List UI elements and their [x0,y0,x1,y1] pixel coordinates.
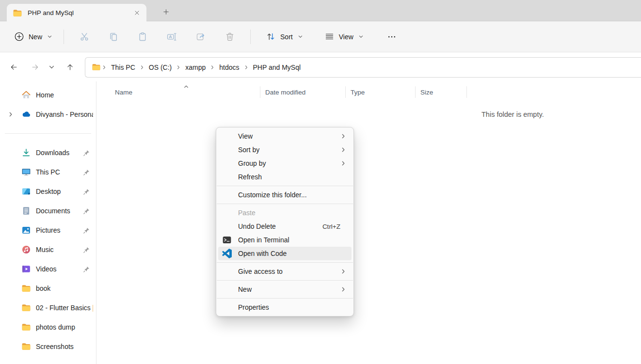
rename-button[interactable] [162,28,181,46]
sidebar-item-music[interactable]: Music [0,240,96,259]
menu-item-label: View [238,132,253,140]
sidebar-item-divyansh-personal[interactable]: Divyansh - Personal [0,105,96,124]
menu-icon-spacer [222,208,232,218]
menu-separator [217,280,353,281]
column-header-date-modified[interactable]: Date modified [260,86,346,98]
column-header-row: NameDate modifiedTypeSize [96,85,641,99]
new-button[interactable]: New [9,28,58,46]
menu-item-group-by[interactable]: Group by [218,157,352,170]
chevron-right-icon [340,160,346,166]
breadcrumb-item[interactable]: OS (C:) [145,62,175,73]
share-icon [195,32,206,42]
menu-item-properties[interactable]: Properties [218,301,352,314]
menu-item-shortcut: Ctrl+Z [322,223,348,230]
sidebar-item-videos[interactable]: Videos [0,259,96,279]
breadcrumb-item[interactable]: This PC [108,62,139,73]
sidebar-item-documents[interactable]: Documents [0,201,96,221]
navigation-pane: HomeDivyansh - PersonalDownloadsThis PCD… [0,81,96,364]
copy-button[interactable] [104,28,123,46]
share-button[interactable] [191,28,210,46]
sidebar-item-02-flutter-basics[interactable]: 02 - Flutter Basics [ [0,298,96,317]
recent-locations-button[interactable] [45,60,58,75]
menu-item-undo-delete[interactable]: Undo DeleteCtrl+Z [218,220,352,233]
menu-item-paste: Paste [218,206,352,220]
column-header-size[interactable]: Size [416,86,467,98]
menu-icon-spacer [222,172,232,182]
back-button[interactable] [6,60,21,75]
new-button-label: New [29,33,42,41]
sidebar-item-home[interactable]: Home [0,85,96,105]
sidebar-item-photos-dump[interactable]: photos dump [0,317,96,337]
sidebar-item-this-pc[interactable]: This PC [0,162,96,182]
pin-icon [83,188,90,195]
up-button[interactable] [62,60,78,75]
sidebar-item-label: Videos [36,265,83,273]
view-button[interactable]: View [319,28,369,46]
menu-item-refresh[interactable]: Refresh [218,170,352,184]
folder-icon [21,342,31,351]
menu-item-view[interactable]: View [218,129,352,143]
command-bar: New Sort View [0,21,641,52]
trash-icon [224,32,235,42]
folder-icon [13,8,22,18]
edit-button-group [70,28,244,46]
terminal-icon [222,235,232,245]
chevron-right-icon [244,65,249,70]
paste-button[interactable] [133,28,152,46]
sidebar-item-screenshots[interactable]: Screenshots [0,337,96,356]
chevron-right-icon [140,65,144,70]
chevron-down-icon [298,34,303,39]
new-tab-button[interactable] [160,5,173,18]
delete-button[interactable] [220,28,240,46]
sidebar-item-book[interactable]: book [0,279,96,298]
this-pc-icon [21,167,31,177]
navigation-row: This PCOS (C:)xampphtdocsPHP and MySql [0,53,641,81]
sidebar-separator [5,133,91,134]
folder-icon [92,63,101,72]
chevron-right-icon [340,133,346,139]
forward-button[interactable] [27,60,43,75]
tab-php-and-mysql[interactable]: PHP and MySql [7,4,146,22]
folder-icon [21,322,31,332]
rename-icon [166,32,177,42]
more-dots-icon [387,32,397,42]
menu-item-new[interactable]: New [218,283,352,296]
chevron-down-icon [358,34,364,39]
column-header-type[interactable]: Type [346,86,416,98]
chevron-right-icon [8,111,14,117]
sort-ascending-caret-icon [183,84,189,90]
tab-close-button[interactable] [131,7,143,19]
folder-icon [21,284,31,293]
context-menu: ViewSort byGroup byRefreshCustomize this… [216,127,354,317]
sort-button[interactable]: Sort [260,28,308,46]
plus-icon [162,8,170,16]
plus-circle-icon [14,32,24,42]
breadcrumb-item[interactable]: PHP and MySql [250,62,304,73]
menu-separator [217,262,353,263]
vscode-icon [222,249,232,258]
empty-folder-message: This folder is empty. [481,111,544,118]
column-header-name[interactable]: Name [96,86,260,98]
menu-item-open-in-terminal[interactable]: Open in Terminal [218,233,352,247]
sidebar-item-desktop[interactable]: Desktop [0,182,96,201]
menu-item-label: Refresh [238,173,262,181]
menu-item-open-with-code[interactable]: Open with Code [218,247,352,260]
sidebar-item-label: Divyansh - Personal [36,111,93,118]
breadcrumb-item[interactable]: htdocs [216,62,242,73]
breadcrumb-item[interactable]: xampp [182,62,209,73]
expand-chevron-icon[interactable] [8,111,21,117]
menu-icon-spacer [222,145,232,155]
address-bar[interactable]: This PCOS (C:)xampphtdocsPHP and MySql [85,57,641,78]
menu-item-customize-this-folder[interactable]: Customize this folder... [218,188,352,202]
menu-item-label: New [238,285,252,293]
pin-icon [83,266,90,273]
more-options-button[interactable] [382,28,402,46]
sort-button-label: Sort [280,33,293,41]
menu-item-sort-by[interactable]: Sort by [218,143,352,157]
sidebar-item-downloads[interactable]: Downloads [0,143,96,162]
cut-button[interactable] [75,28,94,46]
menu-item-label: Properties [238,303,269,311]
copy-icon [108,32,119,42]
menu-item-give-access-to[interactable]: Give access to [218,265,352,278]
sidebar-item-pictures[interactable]: Pictures [0,221,96,240]
